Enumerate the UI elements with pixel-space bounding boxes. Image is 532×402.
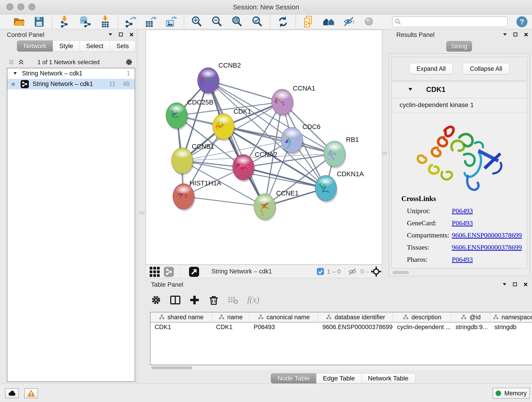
memory-button[interactable]: Memory	[493, 388, 530, 399]
collection-expander-icon[interactable]	[13, 72, 17, 75]
refresh-view-icon[interactable]	[276, 15, 290, 28]
open-file-icon[interactable]	[12, 15, 26, 28]
import-network-file-icon[interactable]	[58, 15, 71, 28]
network-badge-icon[interactable]	[164, 267, 174, 277]
birdseye-view-icon[interactable]	[371, 266, 381, 277]
function-builder-icon[interactable]: f(x)	[246, 294, 266, 306]
search-input[interactable]	[392, 16, 508, 27]
network-node-hist1h1a[interactable]: HIST1H1A	[173, 179, 221, 211]
hidden-eye-icon[interactable]	[348, 268, 357, 276]
network-node-cdc6[interactable]: CDC6	[281, 123, 321, 155]
table-row[interactable]: CDK1CDK1P064939606.ENSP00000378699cyclin…	[151, 322, 532, 332]
show-all-icon[interactable]	[362, 15, 376, 28]
network-edge[interactable]	[208, 80, 265, 206]
save-session-icon[interactable]	[32, 15, 46, 28]
crosslink-link[interactable]: 9606.ENSP00000378699	[452, 231, 522, 243]
network-canvas[interactable]: CCNB2CCNA1CDC25BCDK1CDC6RB1CCNB1CCNA2CDK…	[146, 30, 382, 265]
table-cell[interactable]: CDK1	[151, 322, 212, 332]
expand-all-button[interactable]: Expand All	[409, 63, 453, 75]
crosslink-link[interactable]: 9606.ENSP00000378699	[452, 243, 522, 255]
table-options-gear-icon[interactable]	[150, 294, 162, 306]
left-splitter-handle[interactable]	[139, 211, 145, 215]
network-node-cdkn1a[interactable]: CDKN1A	[315, 170, 364, 203]
collapse-all-button[interactable]: Collapse All	[463, 63, 509, 75]
tab-node-table[interactable]: Node Table	[271, 373, 317, 383]
close-panel-icon[interactable]	[129, 32, 134, 37]
collapse-panel-icon[interactable]	[502, 282, 507, 287]
crosslink-link[interactable]: P06493	[452, 219, 473, 231]
column-header-label: database identifier	[335, 314, 385, 321]
clone-network-icon[interactable]	[302, 15, 315, 28]
close-panel-icon[interactable]	[524, 32, 528, 37]
zoom-fit-icon[interactable]	[230, 15, 244, 28]
import-table-file-icon[interactable]	[99, 15, 112, 28]
table-cell[interactable]: stringdb:9...	[451, 322, 490, 332]
table-hscrollbar-thumb[interactable]	[151, 366, 192, 369]
first-neighbors-icon[interactable]	[322, 15, 336, 28]
network-node-ccnb1[interactable]: CCNB1	[171, 143, 214, 175]
help-button[interactable]: ?	[516, 16, 527, 27]
selected-checkbox-icon[interactable]	[317, 268, 324, 275]
node-gloss	[326, 142, 343, 152]
tab-network[interactable]: Network	[17, 41, 53, 51]
network-options-gear-icon[interactable]	[125, 58, 133, 66]
import-network-database-icon[interactable]	[78, 15, 92, 28]
table-hscrollbar[interactable]	[150, 366, 532, 370]
table-cell[interactable]: 9606.ENSP00000378699	[318, 322, 393, 332]
network-collection-row[interactable]: String Network – cdk1 1	[7, 68, 135, 79]
column-header-description[interactable]: description	[393, 313, 451, 322]
column-header-namespace[interactable]: namespace	[490, 313, 532, 322]
table-cell[interactable]: P06493	[249, 322, 318, 332]
tab-edge-table[interactable]: Edge Table	[316, 373, 361, 383]
export-network-icon[interactable]	[124, 15, 138, 28]
network-edge[interactable]	[184, 196, 265, 206]
network-graph[interactable]: CCNB2CCNA1CDC25BCDK1CDC6RB1CCNB1CCNA2CDK…	[146, 30, 382, 264]
column-header-canonical-name[interactable]: canonical name	[249, 313, 318, 322]
table-body: CDK1CDK1P064939606.ENSP00000378699cyclin…	[151, 322, 532, 332]
float-panel-icon[interactable]	[513, 282, 517, 287]
open-in-window-icon[interactable]	[189, 267, 199, 277]
zoom-selected-icon[interactable]	[251, 15, 264, 28]
hide-selected-icon[interactable]	[342, 15, 355, 28]
add-column-icon[interactable]	[189, 294, 201, 306]
gene-expander-icon[interactable]	[408, 88, 412, 91]
network-node-rb1[interactable]: RB1	[324, 136, 359, 168]
collapse-panel-icon[interactable]	[503, 32, 507, 37]
crosslink-link[interactable]: P06493	[452, 207, 473, 219]
delete-table-icon[interactable]	[227, 294, 239, 306]
column-header-database-identifier[interactable]: database identifier	[318, 313, 393, 322]
tab-select[interactable]: Select	[80, 41, 110, 51]
table-cell[interactable]: CDK1	[212, 322, 249, 332]
control-panel-tabs: NetworkStyleSelectSets	[17, 41, 135, 51]
delete-column-icon[interactable]	[208, 294, 220, 306]
collapse-panel-icon[interactable]	[108, 32, 113, 37]
close-panel-icon[interactable]	[523, 282, 528, 287]
network-node-ccna1[interactable]: CCNA1	[272, 85, 315, 117]
export-table-icon[interactable]	[144, 15, 158, 28]
table-cell[interactable]: cyclin-dependent ...	[393, 322, 451, 332]
network-node-ccne1[interactable]: CCNE1	[254, 190, 298, 221]
column-header-id[interactable]: @id	[451, 313, 490, 322]
tab-sets[interactable]: Sets	[110, 41, 135, 51]
float-panel-icon[interactable]	[513, 32, 518, 37]
zoom-out-icon[interactable]	[210, 15, 224, 28]
crosslink-link[interactable]: P06493	[452, 255, 473, 268]
gene-card-header[interactable]: CDK1	[392, 82, 527, 98]
table-cell[interactable]: stringdb	[490, 322, 532, 332]
warning-status-icon[interactable]	[24, 388, 38, 398]
tab-style[interactable]: Style	[53, 41, 80, 51]
node-table[interactable]: shared namenamecanonical namedatabase id…	[150, 312, 532, 365]
network-row-selected[interactable]: String Network – cdk1 11 48	[7, 79, 135, 89]
export-image-icon[interactable]	[165, 15, 178, 28]
grid-view-icon[interactable]	[150, 267, 160, 277]
right-splitter-handle[interactable]	[382, 152, 388, 155]
column-header-name[interactable]: name	[212, 313, 249, 322]
zoom-in-icon[interactable]	[190, 15, 203, 28]
float-panel-icon[interactable]	[119, 32, 123, 37]
cloud-status-icon[interactable]	[5, 388, 19, 398]
tab-network-table[interactable]: Network Table	[361, 373, 415, 383]
show-column-panel-icon[interactable]	[169, 294, 181, 306]
column-header-shared-name[interactable]: shared name	[151, 313, 212, 322]
results-scrollbar-thumb[interactable]	[393, 271, 409, 274]
tab-string[interactable]: String	[446, 41, 472, 51]
